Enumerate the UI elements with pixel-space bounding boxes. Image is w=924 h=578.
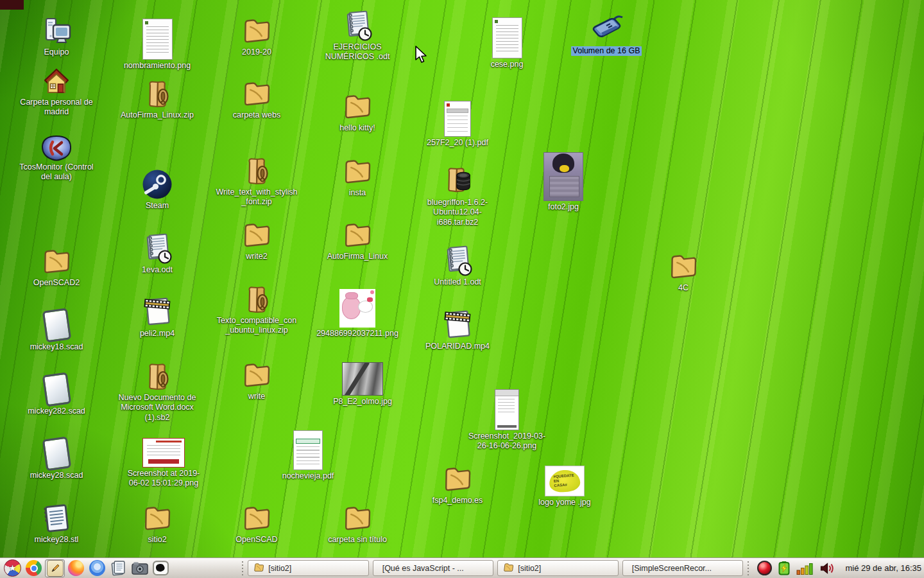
folder-icon xyxy=(342,83,373,122)
desktop-icon-ejercicios-num-ricos-odt[interactable]: EJERCICIOS NUMÉRICOS .odt xyxy=(316,3,399,62)
desktop-icon-label: fsp4_demo.es xyxy=(432,496,483,505)
desktop-icon-openscad2[interactable]: OpenSCAD2 xyxy=(15,238,98,288)
desktop-icon-2019-20[interactable]: 2019-20 xyxy=(215,8,298,57)
desktop-icon-label: 294886992037211.png xyxy=(316,329,398,338)
desktop-icon-autofirma-linux-zip[interactable]: AutoFirma_Linux.zip xyxy=(116,71,199,120)
desktop-icon-carpeta-sin-t-tulo[interactable]: carpeta sin título xyxy=(316,495,399,545)
taskbar-window-sitio2-2[interactable]: [sitio2] xyxy=(497,560,619,576)
desktop-icon-texto-compatible-con-ubuntu-linux-zip[interactable]: Texto_compatible_con_ubuntu_linux.zip xyxy=(215,276,298,336)
desktop-icon-openscad[interactable]: OpenSCAD xyxy=(215,495,298,545)
desktop-icon-label: Texto_compatible_con_ubuntu_linux.zip xyxy=(215,316,298,336)
battery-tray-icon[interactable] xyxy=(778,561,791,575)
desktop-icon-label: logo yome .jpg xyxy=(538,498,590,507)
desktop-icon-label: OpenSCAD xyxy=(235,535,277,545)
desktop-icon-label: P8_E2_olmo.jpg xyxy=(333,397,392,407)
blank-file-icon xyxy=(44,302,69,341)
desktop-icon-untitled-1-odt[interactable]: Untitled 1.odt xyxy=(416,238,499,287)
desktop-icon-label: mickey28.stl xyxy=(35,535,79,545)
desktop-icon-label: TcosMonitor (Control del aula) xyxy=(15,162,98,182)
desktop-icon-nombramiento-png[interactable]: nombramiento.png xyxy=(116,21,199,71)
folder-icon xyxy=(241,8,272,46)
desktop-icon-label: Nuevo Documento de Microsoft Word.docx (… xyxy=(116,393,199,423)
desktop-icon-carpeta-webs[interactable]: carpeta webs xyxy=(215,71,298,120)
desktop-icon-mickey282-scad[interactable]: mickey282.scad xyxy=(15,367,98,416)
desktop-icon-write2[interactable]: write2 xyxy=(215,212,298,261)
desktop-icon-equipo[interactable]: Equipo xyxy=(15,8,98,57)
desktop-icon-write-text-with-stylish-font-zip[interactable]: Write_text_with_stylish_font.zip xyxy=(215,148,298,207)
desktop-icon-mickey28-stl[interactable]: mickey28.stl xyxy=(15,495,98,545)
launcher-chrome[interactable] xyxy=(24,559,44,577)
desktop-icon-label: EJERCICIOS NUMÉRICOS .odt xyxy=(316,42,399,62)
launcher-screenshot-tool[interactable] xyxy=(130,559,150,577)
launcher-distro-menu[interactable]: ★ xyxy=(3,559,22,577)
desktop-icon-cese-png[interactable]: cese.png xyxy=(465,20,549,69)
desktop-icon-257f2-20-1-pdf[interactable]: 257F2_20 (1).pdf xyxy=(416,98,499,148)
folder-icon xyxy=(442,456,473,495)
desktop-icon-mickey28-scad[interactable]: mickey28.scad xyxy=(15,431,98,480)
desktop-icon-carpeta-personal-de-madrid[interactable]: Carpeta personal de madrid xyxy=(15,58,98,118)
photo-webshot-icon xyxy=(142,429,185,468)
steam-icon xyxy=(142,161,173,200)
desktop-wallpaper[interactable]: Equipo nombramiento.png 2019-20 EJERCICI… xyxy=(0,0,924,578)
pdf-page-icon xyxy=(293,432,323,470)
desktop-icon-fsp4-demo-es[interactable]: fsp4_demo.es xyxy=(416,456,499,505)
desktop-icon-label: AutoFirma_Linux xyxy=(327,252,388,261)
photo-kitty-icon xyxy=(339,289,375,328)
desktop-icon-steam[interactable]: Steam xyxy=(116,161,199,211)
desktop-icon-write[interactable]: write xyxy=(215,352,298,401)
network-signal-tray-icon[interactable] xyxy=(796,562,814,575)
desktop-icon-volumen-de-16-gb[interactable]: Volumen de 16 GB xyxy=(565,6,648,56)
desktop-icon-1eva-odt[interactable]: 1eva.odt xyxy=(116,225,199,275)
desktop-icon-insta[interactable]: insta xyxy=(316,148,399,198)
desktop-icon-label: peli2.mp4 xyxy=(140,329,175,338)
desktop-icon-label: Carpeta personal de madrid xyxy=(15,98,98,118)
desktop-icon-hello-kitty[interactable]: hello kitty! xyxy=(316,83,399,133)
taskbar-window-simplescreenrecor-3[interactable]: [SimpleScreenRecor... xyxy=(622,560,744,576)
page-lines-icon xyxy=(142,21,173,60)
desktop-icon-294886992037211-png[interactable]: 294886992037211.png xyxy=(316,289,399,338)
firefox-icon xyxy=(68,560,84,576)
volume-tray-icon[interactable] xyxy=(819,562,835,575)
folder-icon xyxy=(241,352,272,390)
desktop-icon-label: mickey28.scad xyxy=(30,471,83,480)
desktop-icon-mickey18-scad[interactable]: mickey18.scad xyxy=(15,302,98,352)
computer-icon xyxy=(40,8,73,46)
launcher-notes[interactable] xyxy=(108,559,128,577)
desktop-icon-p8-e2-olmo-jpg[interactable]: P8_E2_olmo.jpg xyxy=(321,357,404,407)
desktop-icon-autofirma-linux[interactable]: AutoFirma_Linux xyxy=(316,212,399,261)
taskbar-window-sitio2-0[interactable]: [sitio2] xyxy=(248,560,369,576)
notepad-icon xyxy=(42,495,71,534)
desktop-icon-label: nombramiento.png xyxy=(124,61,191,71)
launcher-text-editor[interactable] xyxy=(45,559,65,577)
taskbar-window-qu-es-javascript-1[interactable]: [Qué es JavaScript - ... xyxy=(373,560,494,576)
house-icon xyxy=(40,58,73,96)
panel-separator xyxy=(746,561,750,575)
desktop-icon-logo-yome-jpg[interactable]: #QUEDATE EN CASA# logo yome .jpg xyxy=(523,458,606,507)
notes-icon xyxy=(111,560,126,576)
desktop-icon-nuevo-documento-de-microsoft-word-docx-1-sb2[interactable]: Nuevo Documento de Microsoft Word.docx (… xyxy=(116,353,199,423)
desktop-icon-sitio2[interactable]: sitio2 xyxy=(116,495,199,545)
desktop-icon-foto2-jpg[interactable]: foto2.jpg xyxy=(522,162,605,212)
launcher-webcam[interactable] xyxy=(151,559,171,577)
folder-icon xyxy=(668,243,699,282)
desktop-icon-screenshot-at-2019-06-02-15-01-29-png[interactable]: Screenshot at 2019-06-02 15:01:29.png xyxy=(122,429,205,489)
launcher-chromium[interactable] xyxy=(87,559,107,577)
desktop-icon-screenshot-2019-03-26-16-06-26-png[interactable]: Screenshot_2019-03-26-16-06-26.png xyxy=(465,392,549,451)
desktop-icon-bluegriffon-1-6-2-ubuntu12-04-i686-tar-bz2[interactable]: bluegriffon-1.6.2-Ubuntu12.04-i686.tar.b… xyxy=(416,158,499,227)
desktop-icon-polaridad-mp4[interactable]: POLARIDAD.mp4 xyxy=(416,302,499,351)
zip-icon xyxy=(142,353,173,392)
recording-tray-icon[interactable] xyxy=(757,561,772,575)
photo-mobileshot-icon xyxy=(495,392,519,430)
desktop-icon-nochevieja-pdf[interactable]: nochevieja.pdf xyxy=(266,432,350,481)
desktop-icon-label: 257F2_20 (1).pdf xyxy=(427,138,488,148)
launcher-firefox[interactable] xyxy=(66,559,86,577)
desktop-icon-label: Equipo xyxy=(44,48,69,57)
panel-separator xyxy=(241,561,244,575)
desktop-icon-tcosmonitor-control-del-aula[interactable]: TcosMonitor (Control del aula) xyxy=(15,123,98,182)
folder-icon xyxy=(41,238,72,277)
clock[interactable]: mié 29 de abr, 16:35 xyxy=(845,563,921,573)
desktop-icon-peli2-mp4[interactable]: peli2.mp4 xyxy=(116,289,199,338)
video-icon xyxy=(142,289,172,328)
desktop-icon-4c[interactable]: 4C xyxy=(642,243,725,293)
folder-icon xyxy=(253,563,264,574)
